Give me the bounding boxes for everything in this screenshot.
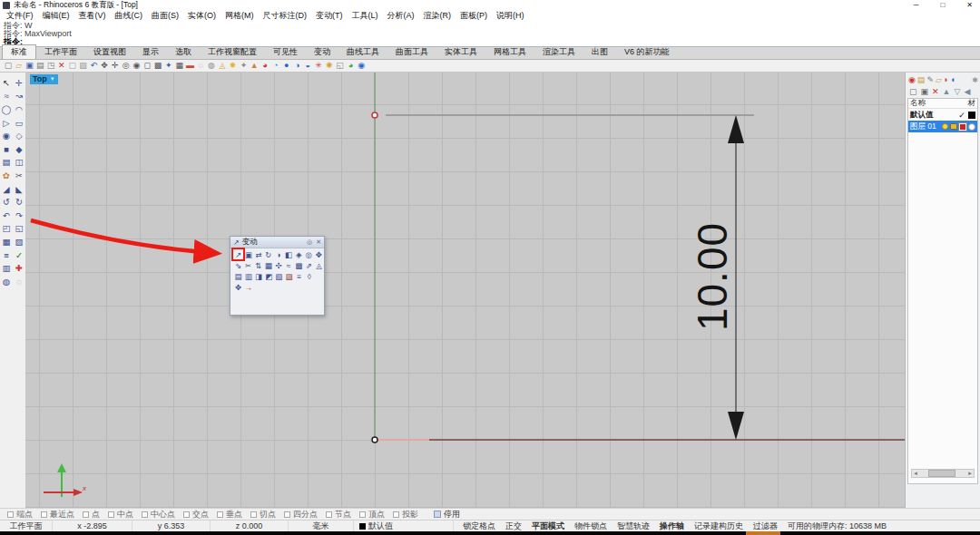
left-toolbar-icon[interactable]: ↶ (0, 209, 13, 222)
close-button[interactable]: ✕ (966, 1, 973, 9)
osnap-item[interactable]: 节点 (326, 509, 351, 520)
menu-item[interactable]: 编辑(E) (38, 10, 74, 22)
layer-name[interactable]: 图层 01 (910, 122, 940, 132)
status-cell[interactable]: z 0.000 (211, 520, 289, 532)
left-toolbar-icon[interactable]: ◰ (0, 222, 13, 236)
dimension-value[interactable]: 10.00 (690, 218, 735, 336)
checkbox-icon[interactable] (250, 511, 257, 518)
transform-tool-icon[interactable]: ◑ (273, 249, 283, 259)
layer-tool-icon[interactable]: ▲ (943, 87, 951, 96)
toolbar-tab[interactable]: V6 的新功能 (616, 45, 678, 59)
osnap-disable[interactable]: 停用 (434, 509, 460, 520)
panel-gear-icon[interactable]: ◎ (307, 238, 312, 246)
left-toolbar-icon[interactable]: ◣ (13, 182, 25, 196)
layer-lock-icon[interactable] (950, 123, 957, 130)
left-toolbar-icon[interactable]: ✚ (13, 261, 25, 275)
left-toolbar-icon[interactable]: ◠ (13, 102, 25, 116)
left-toolbar-icon[interactable]: ▨ (13, 235, 25, 248)
toolbar-icon[interactable]: ▱ (14, 62, 24, 70)
toolbar-icon[interactable]: ◔ (270, 62, 281, 70)
panel-tab-icon[interactable]: ▤ (917, 75, 926, 84)
toolbar-tab[interactable]: 设置视图 (85, 45, 134, 59)
toolbar-icon[interactable]: ✥ (99, 62, 110, 70)
toolbar-icon[interactable]: ✕ (56, 62, 67, 70)
status-cell[interactable]: y 6.353 (132, 520, 211, 532)
toolbar-icon[interactable]: ◬ (217, 62, 228, 70)
menu-item[interactable]: 工具(L) (348, 10, 383, 22)
panel-tab-icon[interactable]: ◉ (908, 75, 916, 84)
left-toolbar-icon[interactable]: ◆ (13, 142, 25, 156)
panel-tab-icon[interactable]: ▱ (936, 75, 942, 84)
status-toggle[interactable]: 智慧轨迹 (617, 520, 650, 532)
transform-tool-icon[interactable]: ▧ (274, 271, 284, 281)
transform-tool-icon[interactable]: ≈ (284, 260, 294, 270)
transform-tool-icon[interactable]: ▣ (243, 249, 253, 259)
left-toolbar-icon[interactable]: ▦ (0, 235, 13, 248)
checkbox-icon[interactable] (142, 511, 148, 518)
toolbar-icon[interactable]: ▨ (78, 62, 89, 70)
transform-tool-icon[interactable]: ◩ (264, 271, 274, 281)
checkbox-icon[interactable] (359, 511, 366, 518)
osnap-item[interactable]: 点 (83, 509, 100, 520)
toolbar-icon[interactable]: ◳ (45, 62, 56, 70)
transform-tool-icon[interactable]: → (243, 283, 253, 293)
toolbar-icon[interactable]: ◎ (121, 62, 132, 70)
transform-tool-icon[interactable]: ↻ (263, 249, 273, 259)
transform-tool-icon[interactable]: ▤ (233, 271, 243, 281)
left-toolbar-icon[interactable]: ◫ (13, 156, 25, 170)
transform-tool-icon[interactable]: ◊ (304, 271, 314, 281)
panel-settings-gear-icon[interactable]: ✱ (972, 76, 978, 84)
left-toolbar-icon[interactable]: ◍ (0, 275, 13, 288)
menu-item[interactable]: 面板(P) (456, 10, 492, 22)
toolbar-tab[interactable]: 标准 (2, 44, 36, 59)
status-cell[interactable]: 毫米 (289, 520, 354, 532)
toolbar-tab[interactable]: 工作平面 (36, 45, 85, 59)
left-toolbar-icon[interactable]: ◱ (13, 222, 25, 236)
left-toolbar-icon[interactable]: ◯ (0, 102, 13, 116)
toolbar-icon[interactable]: ◉ (132, 62, 142, 70)
toolbar-icon[interactable]: ↶ (88, 62, 99, 70)
chevron-down-icon[interactable]: ▼ (50, 74, 55, 84)
left-toolbar-icon[interactable]: ◉ (0, 129, 13, 142)
toolbar-tab[interactable]: 选取 (167, 45, 200, 59)
scrollbar-thumb[interactable] (928, 470, 956, 477)
toolbar-icon[interactable]: ▢ (3, 62, 14, 70)
toolbar-icon[interactable]: ▲ (249, 62, 260, 70)
transform-tool-icon[interactable]: ⇘ (233, 260, 243, 270)
layer-tool-icon[interactable]: ▽ (955, 87, 961, 96)
status-toggle[interactable]: 可用的物理内存: 10638 MB (788, 520, 887, 532)
layer-color-swatch[interactable] (959, 123, 966, 131)
left-toolbar-icon[interactable]: ◢ (0, 182, 13, 196)
status-toggle[interactable]: 平面模式 (532, 520, 564, 532)
point-origin[interactable] (372, 437, 377, 443)
left-toolbar-icon[interactable]: ◌ (13, 275, 25, 288)
layer-tool-icon[interactable]: ◀ (964, 87, 970, 96)
toolbar-icon[interactable]: ◻ (142, 62, 152, 70)
osnap-item[interactable]: 投影 (393, 509, 418, 520)
toolbar-icon[interactable]: ▢ (67, 62, 78, 70)
panel-tab-icon[interactable]: ✎ (926, 75, 934, 84)
layers-horizontal-scrollbar[interactable]: ◂ ▸ (911, 469, 975, 478)
layer-row-layer01[interactable]: 图层 01 (908, 121, 977, 132)
left-toolbar-icon[interactable]: ≈ (0, 90, 13, 103)
transform-tool-icon[interactable]: ⇗ (304, 260, 314, 270)
panel-tab-icon[interactable]: ◗ (944, 75, 948, 84)
scroll-left-icon[interactable]: ◂ (912, 470, 919, 477)
left-toolbar-icon[interactable]: ↻ (13, 195, 25, 209)
toolbar-tab[interactable]: 可见性 (265, 45, 306, 59)
toolbar-icon[interactable]: ◌ (195, 62, 206, 70)
status-toggle[interactable]: 过滤器 (753, 520, 778, 532)
checkbox-icon[interactable] (83, 511, 89, 518)
osnap-item[interactable]: 切点 (250, 509, 276, 520)
checkbox-icon[interactable] (183, 511, 190, 518)
panel-tab-icon[interactable]: ◖ (950, 75, 955, 84)
toolbar-tab[interactable]: 渲染工具 (534, 45, 583, 59)
point-top[interactable] (372, 112, 377, 118)
left-toolbar-icon[interactable]: ✓ (13, 248, 25, 262)
transform-panel-titlebar[interactable]: ↗ 变动 ◎ ✕ (230, 237, 324, 248)
status-cell[interactable]: 工作平面 (0, 520, 53, 532)
menu-item[interactable]: 查看(V) (74, 10, 111, 22)
transform-tool-icon[interactable]: ▥ (243, 271, 253, 281)
minimize-button[interactable]: ─ (914, 1, 919, 9)
layer-tool-icon[interactable]: ✕ (932, 87, 939, 96)
